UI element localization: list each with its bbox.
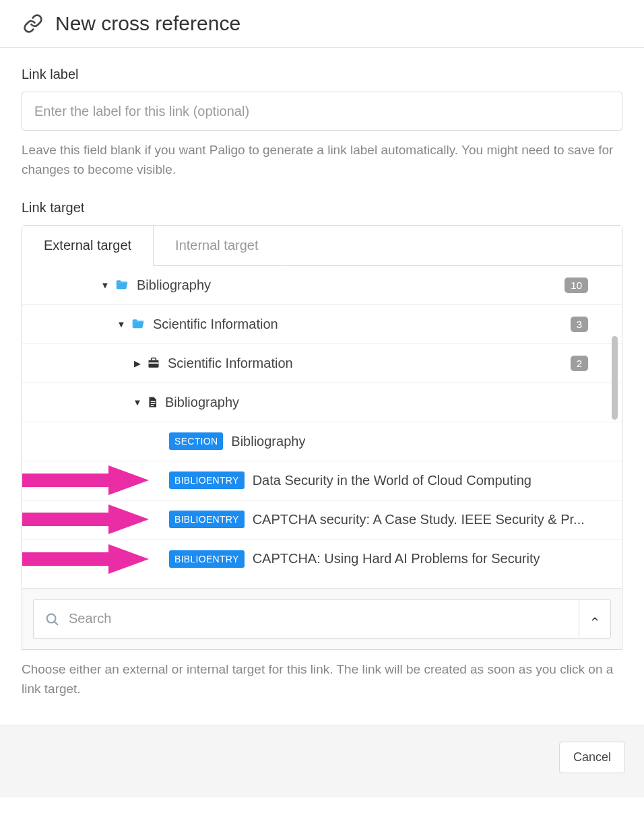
- caret-right-icon[interactable]: ▶: [133, 358, 142, 368]
- link-label-help: Leave this field blank if you want Palig…: [22, 140, 622, 180]
- link-label-group: Link label Leave this field blank if you…: [22, 67, 622, 180]
- search-input[interactable]: [69, 611, 568, 626]
- tree-row-label: CAPTCHA: Using Hard AI Problems for Secu…: [253, 551, 540, 566]
- search-icon: [44, 612, 59, 626]
- collapse-button[interactable]: [579, 599, 611, 639]
- tree-row-label: Scientific Information: [153, 317, 278, 332]
- tree-row-label: Scientific Information: [168, 356, 293, 371]
- link-target-group: Link target External target Internal tar…: [22, 200, 622, 699]
- folder-open-icon: [114, 278, 130, 292]
- annotation-arrow-icon: [22, 465, 156, 495]
- tree-row-label: Bibliography: [231, 434, 305, 449]
- link-label-input[interactable]: [22, 92, 622, 131]
- tree-entry[interactable]: SECTIONBibliography: [22, 422, 622, 461]
- tree-row-label: Bibliography: [165, 395, 239, 410]
- tab-external-target[interactable]: External target: [22, 226, 154, 266]
- link-target-help: Choose either an external or internal ta…: [22, 659, 622, 699]
- tree-folder[interactable]: ▼Scientific Information3: [22, 305, 622, 344]
- entry-type-tag: SECTION: [169, 432, 223, 450]
- count-badge: 2: [571, 356, 588, 371]
- entry-type-tag: BIBLIOENTRY: [169, 511, 245, 528]
- caret-down-icon[interactable]: ▼: [117, 319, 126, 329]
- dialog-body: Link label Leave this field blank if you…: [0, 48, 644, 706]
- svg-rect-2: [151, 401, 156, 403]
- tree-row-label: Bibliography: [137, 278, 211, 293]
- target-tree: ▼Bibliography10▼Scientific Information3▶…: [22, 266, 622, 588]
- dialog-header: New cross reference: [0, 0, 644, 48]
- svg-rect-0: [149, 360, 159, 368]
- tree-folder[interactable]: ▼Bibliography: [22, 383, 622, 422]
- chevron-up-icon: [590, 614, 600, 624]
- svg-rect-1: [149, 363, 159, 364]
- target-tabs: External target Internal target ▼Bibliog…: [22, 225, 622, 650]
- entry-type-tag: BIBLIOENTRY: [169, 471, 245, 489]
- svg-line-6: [55, 622, 57, 624]
- tree-row-label: Data Security in the World of Cloud Comp…: [253, 473, 532, 488]
- count-badge: 10: [565, 278, 588, 293]
- folder-open-icon: [130, 317, 146, 331]
- svg-rect-4: [151, 405, 154, 407]
- annotation-arrow-icon: [22, 544, 156, 574]
- entry-type-tag: BIBLIOENTRY: [169, 550, 245, 568]
- dialog-footer: Cancel: [0, 725, 644, 797]
- briefcase-icon: [146, 356, 161, 370]
- tree-entry[interactable]: BIBLIOENTRYData Security in the World of…: [22, 461, 622, 500]
- tree-folder[interactable]: ▼Bibliography10: [22, 266, 622, 305]
- tab-strip: External target Internal target: [22, 226, 622, 266]
- svg-rect-3: [151, 403, 156, 405]
- dialog-title: New cross reference: [55, 12, 240, 35]
- search-input-wrap: [33, 599, 579, 639]
- dialog-new-cross-reference: New cross reference Link label Leave thi…: [0, 0, 644, 797]
- caret-down-icon[interactable]: ▼: [100, 280, 110, 290]
- link-target-label: Link target: [22, 200, 622, 216]
- cancel-button[interactable]: Cancel: [559, 742, 625, 773]
- tab-internal-target[interactable]: Internal target: [154, 226, 280, 266]
- caret-down-icon[interactable]: ▼: [133, 397, 142, 408]
- annotation-arrow-icon: [22, 504, 156, 534]
- link-label-label: Link label: [22, 67, 622, 82]
- tree-entry[interactable]: BIBLIOENTRYCAPTCHA security: A Case Stud…: [22, 500, 622, 540]
- tree-entry[interactable]: BIBLIOENTRYCAPTCHA: Using Hard AI Proble…: [22, 540, 622, 579]
- search-area: [22, 588, 622, 649]
- count-badge: 3: [571, 317, 588, 332]
- tree-scrollbar[interactable]: [612, 336, 618, 420]
- tree-row-label: CAPTCHA security: A Case Study. IEEE Sec…: [253, 512, 585, 527]
- link-icon: [23, 13, 43, 34]
- tree-folder[interactable]: ▶Scientific Information2: [22, 344, 622, 383]
- document-icon: [146, 395, 158, 410]
